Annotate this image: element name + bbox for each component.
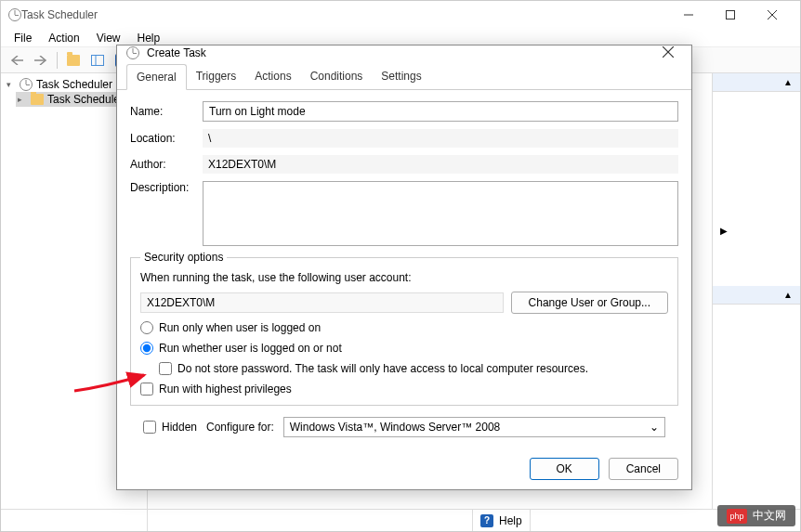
description-label: Description:: [130, 181, 195, 194]
create-task-dialog: Create Task General Triggers Actions Con…: [116, 45, 692, 490]
name-input[interactable]: [203, 101, 678, 122]
expander-icon[interactable]: ▸: [18, 95, 27, 104]
action-header-1[interactable]: ▲: [713, 73, 800, 92]
action-header-2[interactable]: ▲: [713, 286, 800, 305]
tab-settings[interactable]: Settings: [372, 64, 430, 89]
cancel-button[interactable]: Cancel: [609, 458, 678, 480]
watermark: php 中文网: [717, 505, 795, 526]
checkbox-highest-priv[interactable]: Run with highest privileges: [140, 383, 668, 396]
minimize-button[interactable]: [667, 1, 709, 29]
forward-button[interactable]: [31, 50, 51, 71]
author-label: Author:: [130, 158, 195, 171]
checkbox-highest-priv-input[interactable]: [140, 383, 153, 396]
author-row: Author: X12DEXT0\M: [130, 155, 678, 174]
location-value: \: [203, 129, 678, 148]
window-controls: [667, 1, 793, 29]
menu-file[interactable]: File: [7, 30, 39, 46]
configure-for-value: Windows Vista™, Windows Server™ 2008: [290, 421, 501, 434]
checkbox-no-password-label: Do not store password. The task will onl…: [177, 362, 588, 375]
menu-view[interactable]: View: [89, 30, 128, 46]
status-seg-1: [1, 510, 148, 531]
dialog-footer: OK Cancel: [117, 448, 691, 489]
tree-child-label: Task Schedule: [47, 93, 120, 106]
radio-logged-on[interactable]: Run only when user is logged on: [140, 321, 668, 334]
change-user-button[interactable]: Change User or Group...: [511, 292, 668, 314]
php-logo-icon: php: [727, 509, 747, 524]
status-help-label: Help: [499, 514, 522, 527]
author-value: X12DEXT0\M: [203, 155, 678, 174]
name-row: Name:: [130, 101, 678, 122]
tab-conditions[interactable]: Conditions: [301, 64, 373, 89]
configure-for-select[interactable]: Windows Vista™, Windows Server™ 2008 ⌄: [283, 417, 665, 437]
radio-whether-logged-input[interactable]: [140, 342, 153, 355]
dialog-title: Create Task: [147, 46, 654, 59]
checkbox-hidden-label: Hidden: [162, 421, 197, 434]
chevron-right-icon: ▶: [720, 226, 728, 236]
chevron-up-icon: ▲: [783, 77, 793, 87]
spacer: [713, 240, 800, 286]
svg-rect-6: [92, 55, 104, 65]
spacer: [713, 92, 800, 222]
ok-button[interactable]: OK: [530, 458, 599, 480]
description-input[interactable]: [203, 181, 678, 246]
radio-logged-on-label: Run only when user is logged on: [159, 321, 321, 334]
maximize-button[interactable]: [709, 1, 751, 29]
user-row: X12DEXT0\M Change User or Group...: [140, 292, 668, 314]
tab-actions[interactable]: Actions: [245, 64, 300, 89]
clock-icon: [126, 46, 139, 59]
folder-icon: [67, 55, 80, 66]
dialog-close-button[interactable]: [654, 45, 682, 60]
status-help[interactable]: ? Help: [473, 510, 531, 531]
user-account-display: X12DEXT0\M: [140, 292, 504, 313]
close-icon: [663, 46, 674, 58]
close-button[interactable]: [751, 1, 793, 29]
dialog-body: Name: Location: \ Author: X12DEXT0\M Des…: [117, 90, 691, 448]
tab-triggers[interactable]: Triggers: [187, 64, 246, 89]
security-fieldset: Security options When running the task, …: [130, 257, 678, 406]
checkbox-hidden[interactable]: Hidden: [143, 421, 197, 434]
app-icon: [8, 8, 21, 21]
menu-help[interactable]: Help: [130, 30, 168, 46]
actions-pane: ▲ ▶ ▲: [712, 73, 800, 509]
description-row: Description:: [130, 181, 678, 246]
close-icon: [768, 10, 777, 19]
tab-general[interactable]: General: [126, 64, 187, 90]
radio-logged-on-input[interactable]: [140, 321, 153, 334]
checkbox-hidden-input[interactable]: [143, 421, 156, 434]
chevron-down-icon: ⌄: [650, 421, 659, 434]
status-bar: ? Help: [1, 509, 800, 531]
help-icon: ?: [480, 514, 493, 527]
location-label: Location:: [130, 132, 195, 145]
checkbox-no-password-input[interactable]: [159, 362, 172, 375]
checkbox-no-password[interactable]: Do not store password. The task will onl…: [159, 362, 668, 375]
watermark-text: 中文网: [753, 508, 786, 524]
expander-icon[interactable]: ▾: [7, 80, 16, 89]
radio-whether-logged-label: Run whether user is logged on or not: [159, 342, 342, 355]
dialog-titlebar: Create Task: [117, 45, 691, 60]
tab-strip: General Triggers Actions Conditions Sett…: [117, 64, 691, 90]
location-row: Location: \: [130, 129, 678, 148]
panes-button[interactable]: [87, 50, 108, 71]
arrow-left-icon: [10, 56, 23, 65]
security-legend: Security options: [140, 251, 227, 264]
user-prompt: When running the task, use the following…: [140, 271, 668, 284]
tree-root-label: Task Scheduler (L: [36, 78, 125, 91]
back-button[interactable]: [7, 50, 27, 71]
bottom-row: Hidden Configure for: Windows Vista™, Wi…: [130, 413, 678, 437]
arrow-right-icon: [34, 56, 47, 65]
name-label: Name:: [130, 105, 195, 118]
action-row[interactable]: ▶: [713, 222, 800, 240]
security-content: When running the task, use the following…: [140, 271, 668, 396]
maximize-icon: [726, 10, 735, 19]
menu-action[interactable]: Action: [41, 30, 86, 46]
main-titlebar: Task Scheduler: [1, 1, 800, 29]
separator: [57, 52, 58, 69]
checkbox-highest-priv-label: Run with highest privileges: [159, 383, 292, 396]
svg-rect-1: [726, 11, 734, 19]
radio-whether-logged[interactable]: Run whether user is logged on or not: [140, 342, 668, 355]
folder-icon: [31, 94, 44, 105]
chevron-up-icon: ▲: [783, 290, 793, 300]
window-title: Task Scheduler: [21, 8, 667, 21]
minimize-icon: [684, 10, 693, 19]
up-button[interactable]: [63, 50, 84, 71]
